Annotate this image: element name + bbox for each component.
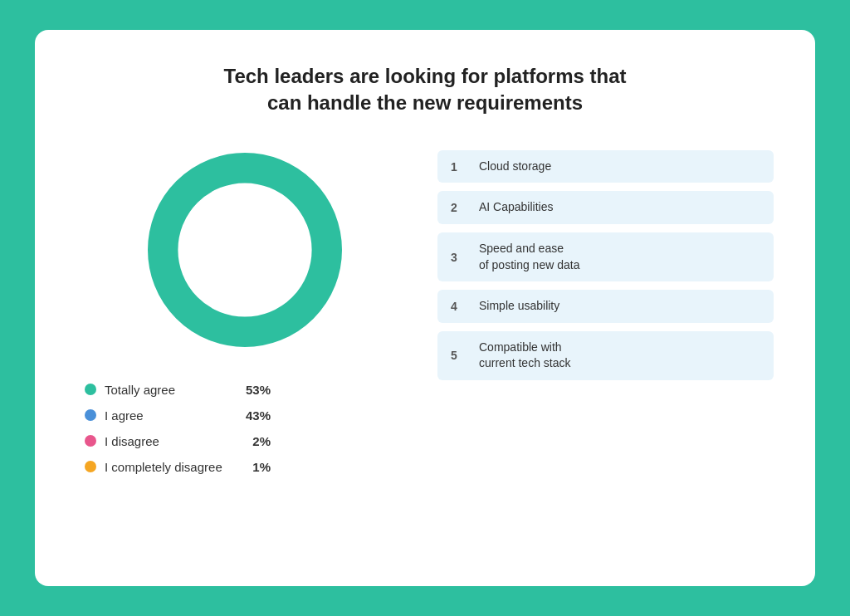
donut-wrapper xyxy=(76,142,413,358)
rank-number: 5 xyxy=(451,349,466,362)
left-panel: Totally agree53%I agree43%I disagree2%I … xyxy=(76,142,413,553)
legend-dot xyxy=(85,461,96,472)
rank-item: 1Cloud storage xyxy=(437,150,774,183)
legend-pct: 43% xyxy=(246,408,271,423)
legend-label: I disagree xyxy=(105,434,244,448)
legend-pct: 2% xyxy=(252,434,271,448)
rank-item: 4Simple usability xyxy=(437,290,774,323)
legend-item: I completely disagree1% xyxy=(85,460,271,474)
donut-chart xyxy=(137,142,353,358)
content-area: Totally agree53%I agree43%I disagree2%I … xyxy=(76,142,774,553)
legend-dot xyxy=(85,435,96,447)
legend-label: Totally agree xyxy=(105,383,237,397)
legend: Totally agree53%I agree43%I disagree2%I … xyxy=(76,383,271,474)
rank-number: 4 xyxy=(451,300,466,313)
legend-pct: 1% xyxy=(252,460,271,474)
rank-number: 2 xyxy=(451,201,466,214)
rank-number: 3 xyxy=(451,251,466,264)
legend-dot xyxy=(85,384,96,395)
rank-item: 5Compatible with current tech stack xyxy=(437,331,774,380)
legend-label: I agree xyxy=(105,408,237,423)
rank-item: 3Speed and ease of posting new data xyxy=(437,232,774,281)
right-panel: 1Cloud storage2AI Capabilities3Speed and… xyxy=(437,142,774,553)
legend-pct: 53% xyxy=(246,383,271,397)
rank-label: Simple usability xyxy=(479,298,559,315)
rank-label: Cloud storage xyxy=(479,159,551,175)
main-card: Tech leaders are looking for platforms t… xyxy=(35,30,815,586)
rank-number: 1 xyxy=(451,160,466,174)
legend-item: Totally agree53% xyxy=(85,383,271,397)
page-title: Tech leaders are looking for platforms t… xyxy=(76,63,774,117)
rank-item: 2AI Capabilities xyxy=(437,191,774,224)
legend-item: I agree43% xyxy=(85,408,271,423)
rank-label: Speed and ease of posting new data xyxy=(479,241,579,273)
rank-label: Compatible with current tech stack xyxy=(479,340,571,372)
donut-svg xyxy=(137,142,353,358)
legend-item: I disagree2% xyxy=(85,434,271,448)
legend-label: I completely disagree xyxy=(105,460,244,474)
legend-dot xyxy=(85,409,96,421)
rank-label: AI Capabilities xyxy=(479,199,554,216)
segment-totally-agree xyxy=(163,168,327,332)
